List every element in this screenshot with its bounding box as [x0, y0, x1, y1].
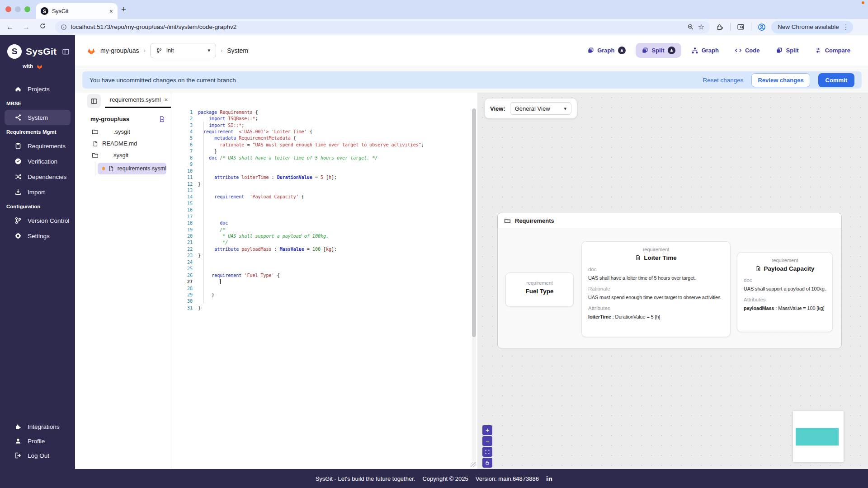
open-file-tab[interactable]: requirements.sysml ×	[105, 96, 173, 103]
code-line-6[interactable]: 6 rationale = "UAS must spend enough tim…	[171, 141, 424, 148]
view-button-compare-5[interactable]: Compare	[809, 43, 856, 58]
code-line-2[interactable]: 2 import ISQBase::*;	[171, 115, 424, 122]
code-line-30[interactable]: 30	[171, 298, 424, 305]
back-button[interactable]: ←	[4, 23, 16, 31]
view-button-graph-2[interactable]: Graph	[685, 43, 725, 58]
scrollbar-thumb[interactable]	[472, 108, 476, 337]
code-line-16[interactable]: 16	[171, 207, 424, 213]
forward-button[interactable]: →	[20, 23, 33, 31]
reset-changes-button[interactable]: Reset changes	[703, 77, 743, 84]
code-line-11[interactable]: 11 attribute loiterTime : DurationValue …	[171, 174, 424, 180]
sidebar-item-version-control[interactable]: Version Control	[5, 213, 71, 228]
branch-selector[interactable]: init ▾	[150, 43, 216, 58]
file-tree-selected-row[interactable]: requirements.sysml	[98, 163, 166, 174]
code-line-28[interactable]: 28	[171, 285, 424, 291]
file-tab-label: requirements.sysml	[110, 96, 161, 103]
code-line-1[interactable]: 1package Requirements {	[171, 109, 424, 115]
code-line-23[interactable]: 23}	[171, 253, 424, 259]
code-line-12[interactable]: 12}	[171, 181, 424, 187]
commit-button[interactable]: Commit	[818, 73, 854, 87]
sidebar-item-log-out[interactable]: Log Out	[5, 448, 71, 463]
close-window-button[interactable]	[5, 6, 11, 12]
minimap-viewport[interactable]	[796, 428, 839, 446]
bookmark-star-icon[interactable]: ☆	[698, 23, 704, 31]
sidebar-item-system[interactable]: System	[5, 110, 71, 125]
tree-row--sysgit[interactable]: .sysgit	[75, 127, 171, 137]
code-line-21[interactable]: 21 */	[171, 239, 424, 246]
browser-tab[interactable]: S SysGit ×	[36, 3, 118, 19]
requirement-card-payload-capacity[interactable]: requirement Payload Capacity doc UAS sha…	[737, 252, 833, 332]
explorer-toggle-button[interactable]	[87, 94, 101, 108]
resize-handle-icon[interactable]	[471, 462, 476, 467]
sidebar-collapse-icon[interactable]	[62, 48, 70, 56]
new-tab-button[interactable]: +	[121, 5, 126, 14]
zoom-in-button[interactable]: +	[482, 425, 492, 435]
sidebar-item-import[interactable]: Import	[5, 184, 71, 200]
zoom-page-icon[interactable]	[687, 23, 694, 30]
lock-view-button[interactable]	[482, 458, 492, 468]
sidebar-item-integrations[interactable]: Integrations	[5, 419, 71, 434]
side-panel-search-icon[interactable]	[737, 23, 745, 31]
code-line-31[interactable]: 31}	[171, 305, 424, 311]
chrome-menu-icon[interactable]: ⋮	[843, 23, 849, 31]
code-line-20[interactable]: 20 * UAS shall support a payload of 100k…	[171, 233, 424, 239]
canvas-minimap[interactable]	[793, 411, 844, 462]
code-line-14[interactable]: 14 requirement 'Payload Capacity' {	[171, 194, 424, 200]
breadcrumb-repo[interactable]: my-group/uas	[100, 47, 139, 54]
maximize-window-button[interactable]	[24, 6, 30, 12]
address-bar[interactable]: localhost:5173/repo/my-group/uas/-/init/…	[55, 21, 710, 33]
tree-row-readme-md[interactable]: README.md	[75, 138, 171, 149]
reload-button[interactable]	[36, 23, 49, 31]
code-line-18[interactable]: 18 doc	[171, 220, 424, 226]
code-line-17[interactable]: 17	[171, 213, 424, 220]
sidebar-item-projects[interactable]: Projects	[5, 81, 71, 97]
tree-row-sysgit[interactable]: sysgit	[75, 150, 171, 160]
file-tab-close-icon[interactable]: ×	[165, 96, 168, 103]
url-text[interactable]: localhost:5173/repo/my-group/uas/-/init/…	[71, 23, 683, 30]
requirement-card-fuel-type[interactable]: requirement Fuel Type	[505, 272, 574, 307]
tab-close-icon[interactable]: ×	[109, 8, 113, 15]
extensions-icon[interactable]	[716, 23, 724, 31]
code-line-27[interactable]: 27	[171, 278, 424, 285]
code-line-5[interactable]: 5 metadata RequirementMetadata {	[171, 135, 424, 141]
profile-icon[interactable]	[758, 23, 766, 31]
view-dropdown[interactable]: General View ▾	[510, 102, 571, 115]
file-tree-root[interactable]: my-group/uas	[75, 113, 171, 125]
code-line-3[interactable]: 3 import SI::*;	[171, 122, 424, 128]
code-line-15[interactable]: 15	[171, 200, 424, 206]
code-line-22[interactable]: 22 attribute payloadMass : MassValue = 1…	[171, 246, 424, 252]
requirement-card-loiter-time[interactable]: requirement Loiter Time doc UAS shall ha…	[581, 241, 731, 337]
code-line-4[interactable]: 4 requirement <'UAS-001'> 'Loiter Time' …	[171, 128, 424, 135]
sidebar-item-settings[interactable]: Settings	[5, 228, 71, 244]
code-line-10[interactable]: 10	[171, 168, 424, 174]
code-line-13[interactable]: 13	[171, 187, 424, 193]
code-line-26[interactable]: 26 requirement 'Fuel Type' {	[171, 272, 424, 278]
sidebar-item-requirements[interactable]: Requirements	[5, 138, 71, 154]
sidebar-item-profile[interactable]: Profile	[5, 434, 71, 448]
requirements-package-node[interactable]: Requirements requirement Fuel Type requi…	[497, 213, 842, 348]
code-editor[interactable]: 1package Requirements {2 import ISQBase:…	[171, 93, 477, 469]
view-button-code-3[interactable]: Code	[729, 43, 766, 58]
editor-scrollbar[interactable]	[472, 108, 476, 468]
code-line-24[interactable]: 24	[171, 259, 424, 265]
add-file-icon[interactable]	[159, 116, 165, 122]
fit-view-button[interactable]	[482, 447, 492, 457]
view-button-split-4[interactable]: Split	[769, 43, 804, 58]
code-line-9[interactable]: 9	[171, 161, 424, 168]
chrome-update-pill[interactable]: New Chrome available ⋮	[771, 21, 853, 33]
minimize-window-button[interactable]	[15, 6, 21, 12]
info-icon[interactable]	[61, 24, 67, 30]
graph-canvas[interactable]: View: General View ▾ Requirements requir	[477, 93, 868, 469]
view-button-graph-0[interactable]: Graph	[581, 43, 631, 58]
sidebar-item-verification[interactable]: Verification	[5, 154, 71, 169]
code-line-19[interactable]: 19 /*	[171, 226, 424, 233]
linkedin-icon[interactable]: in	[546, 475, 552, 483]
code-line-29[interactable]: 29 }	[171, 291, 424, 298]
code-line-8[interactable]: 8 doc /* UAS shall have a loiter time of…	[171, 155, 424, 161]
code-line-7[interactable]: 7 }	[171, 148, 424, 155]
review-changes-button[interactable]: Review changes	[751, 73, 810, 87]
code-line-25[interactable]: 25	[171, 266, 424, 272]
zoom-out-button[interactable]: −	[482, 436, 492, 446]
view-button-split-1[interactable]: Split	[636, 43, 681, 58]
sidebar-item-dependencies[interactable]: Dependencies	[5, 169, 71, 184]
